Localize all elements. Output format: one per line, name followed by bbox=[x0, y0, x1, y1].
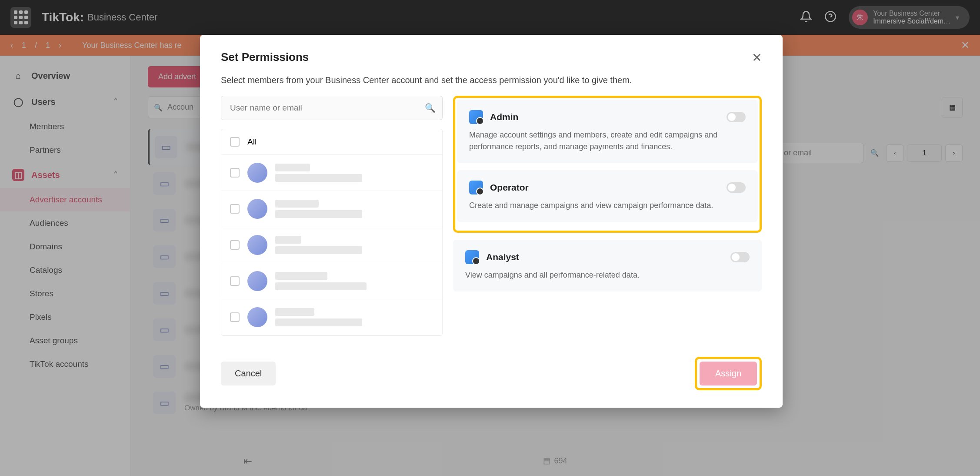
admin-icon bbox=[469, 110, 483, 124]
role-desc: View campaigns and all performance-relat… bbox=[465, 269, 750, 281]
role-title: Operator bbox=[490, 182, 529, 193]
checkbox[interactable] bbox=[230, 204, 240, 214]
user-row[interactable] bbox=[221, 299, 442, 335]
role-card-operator: Operator Create and manage campaigns and… bbox=[457, 170, 758, 222]
checkbox[interactable] bbox=[230, 240, 240, 250]
operator-icon bbox=[469, 181, 483, 194]
cancel-button[interactable]: Cancel bbox=[221, 362, 276, 385]
analyst-toggle[interactable] bbox=[730, 252, 750, 262]
assign-button[interactable]: Assign bbox=[700, 362, 757, 385]
roles-highlight: Admin Manage account settings and member… bbox=[453, 96, 762, 233]
role-title: Admin bbox=[490, 112, 518, 122]
user-search-input[interactable] bbox=[221, 96, 443, 120]
search-icon: 🔍 bbox=[425, 103, 436, 113]
user-avatar bbox=[247, 235, 267, 255]
role-title: Analyst bbox=[486, 252, 519, 262]
user-avatar bbox=[247, 163, 267, 183]
user-row[interactable] bbox=[221, 191, 442, 227]
user-row[interactable] bbox=[221, 155, 442, 191]
role-card-analyst: Analyst View campaigns and all performan… bbox=[453, 240, 762, 292]
user-row-all[interactable]: All bbox=[221, 129, 442, 155]
assign-highlight: Assign bbox=[695, 357, 762, 390]
close-icon[interactable]: ✕ bbox=[752, 50, 762, 65]
user-row[interactable] bbox=[221, 263, 442, 299]
user-avatar bbox=[247, 271, 267, 291]
user-avatar bbox=[247, 307, 267, 327]
checkbox[interactable] bbox=[230, 137, 240, 147]
user-avatar bbox=[247, 199, 267, 219]
admin-toggle[interactable] bbox=[727, 112, 746, 122]
all-label: All bbox=[247, 137, 257, 147]
role-desc: Manage account settings and members, cre… bbox=[469, 129, 746, 153]
set-permissions-modal: Set Permissions ✕ Select members from yo… bbox=[200, 35, 783, 408]
role-desc: Create and manage campaigns and view cam… bbox=[469, 200, 746, 211]
operator-toggle[interactable] bbox=[727, 182, 746, 193]
checkbox[interactable] bbox=[230, 312, 240, 322]
modal-subtitle: Select members from your Business Center… bbox=[200, 75, 783, 96]
user-row[interactable] bbox=[221, 227, 442, 263]
checkbox[interactable] bbox=[230, 276, 240, 286]
role-card-admin: Admin Manage account settings and member… bbox=[457, 100, 758, 163]
user-list: All bbox=[221, 129, 443, 336]
analyst-icon bbox=[465, 250, 479, 264]
checkbox[interactable] bbox=[230, 168, 240, 178]
modal-title: Set Permissions bbox=[221, 50, 309, 64]
